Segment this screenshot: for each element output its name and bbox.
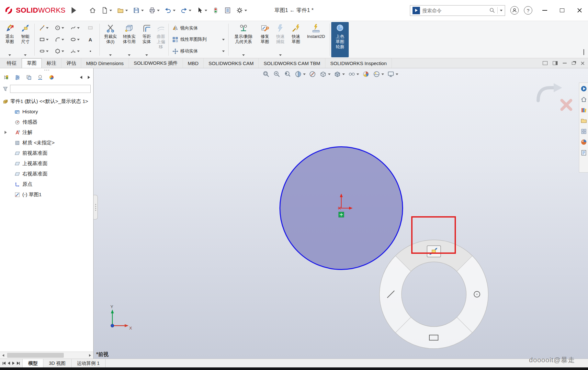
ghost-tool-button[interactable] [83, 25, 98, 31]
tab-evaluate[interactable]: 评估 [62, 58, 81, 68]
smart-dimension-button[interactable]: 智能 尺寸 [17, 22, 33, 57]
configuration-manager-icon[interactable] [26, 74, 32, 80]
tab-features[interactable]: 特征 [2, 58, 22, 68]
trim-entities-button[interactable]: 剪裁实 体(I) [101, 22, 120, 57]
last-tab-button[interactable] [17, 362, 20, 365]
print-button[interactable] [147, 5, 162, 16]
tab-scroll-left-icon[interactable] [80, 76, 82, 79]
first-tab-button[interactable] [3, 362, 6, 365]
view-orientation-button[interactable] [319, 70, 331, 78]
tab-mbd[interactable]: MBD [183, 58, 204, 68]
mirror-entities-button[interactable]: 镜向实体 [171, 23, 226, 34]
select-button[interactable] [194, 5, 209, 16]
solidworks-resources-icon[interactable] [581, 85, 587, 92]
options-button[interactable] [234, 5, 249, 16]
tree-item-history[interactable]: History [3, 107, 93, 117]
next-tab-button[interactable] [12, 362, 15, 365]
search-input[interactable] [422, 8, 487, 13]
convert-entities-button[interactable]: 转换实 体引用 [120, 22, 139, 57]
tree-item-sensors[interactable]: 传感器 [3, 117, 93, 127]
search-scope-icon[interactable] [413, 7, 420, 14]
point-tool-button[interactable] [83, 48, 98, 54]
file-explorer-icon[interactable] [581, 118, 587, 124]
edit-appearance-button[interactable] [362, 70, 370, 78]
tab-motion-study[interactable]: 运动算例 1 [72, 359, 106, 367]
line-tool-button[interactable] [36, 25, 51, 31]
undo-button[interactable] [163, 5, 177, 16]
display-delete-relations-button[interactable]: 显示/删除 几何关系 [230, 22, 257, 57]
offset-entities-button[interactable]: 等距 实体 [139, 22, 155, 57]
maximize-button[interactable] [558, 6, 567, 15]
tab-model[interactable]: 模型 [23, 359, 43, 367]
linear-sketch-pattern-button[interactable]: 线性草图阵列 [171, 34, 226, 45]
display-manager-icon[interactable] [49, 74, 54, 80]
menu-flyout-icon[interactable] [72, 7, 76, 14]
file-properties-button[interactable] [222, 5, 233, 16]
rectangle-tool-button[interactable] [36, 37, 51, 42]
tab-solidworks-cam[interactable]: SOLIDWORKS CAM [204, 58, 259, 68]
scroll-left-button[interactable] [0, 352, 6, 359]
new-document-button[interactable] [99, 5, 114, 16]
split-pane-icon[interactable] [553, 61, 558, 65]
rebuild-stoplight-button[interactable] [210, 5, 221, 16]
minimize-button[interactable] [540, 6, 549, 15]
tree-item-annotations[interactable]: 注解 [3, 127, 93, 138]
pane-layout-icon[interactable] [543, 61, 548, 65]
apply-scene-button[interactable] [373, 70, 384, 78]
polygon-tool-button[interactable] [51, 48, 67, 54]
ellipse-tool-button[interactable] [67, 37, 83, 42]
slot-tool-button[interactable] [36, 48, 51, 54]
tree-item-front-plane[interactable]: 前视基准面 [3, 148, 93, 158]
instant2d-button[interactable]: Instant2D [304, 22, 328, 57]
collapse-ribbon-button[interactable] [583, 50, 584, 55]
tree-item-right-plane[interactable]: 右视基准面 [3, 169, 93, 179]
account-button[interactable] [510, 6, 519, 15]
expand-annotations-icon[interactable] [5, 131, 12, 134]
panel-drag-handle[interactable] [0, 68, 93, 72]
tab-mbd-dimensions[interactable]: MBD Dimensions [81, 58, 129, 68]
feature-manager-tree-icon[interactable] [3, 74, 9, 80]
tab-scroll-right-icon[interactable] [88, 76, 90, 79]
home-tab-icon[interactable] [581, 96, 587, 103]
doc-restore-icon[interactable] [572, 62, 575, 65]
redo-button[interactable] [178, 5, 193, 16]
move-entities-button[interactable]: 移动实体 [171, 46, 226, 57]
doc-minimize-icon[interactable] [563, 63, 567, 63]
scroll-right-button[interactable] [87, 352, 93, 359]
tree-item-material[interactable]: 材质 <未指定> [3, 138, 93, 148]
design-library-icon[interactable] [581, 107, 587, 113]
quick-snaps-button[interactable]: 快速 捕捉 [273, 22, 288, 57]
tab-solidworks-cam-tbm[interactable]: SOLIDWORKS CAM TBM [259, 58, 325, 68]
arc-tool-button[interactable] [51, 37, 67, 42]
exit-sketch-button[interactable]: 退出 草图 [2, 22, 17, 57]
section-view-button[interactable] [294, 70, 306, 78]
shaded-sketch-contours-button[interactable]: 上色 草图 轮廓 [331, 22, 349, 57]
tree-item-origin[interactable]: 原点 [3, 179, 93, 189]
scrollbar-thumb[interactable] [7, 353, 64, 358]
doc-close-icon[interactable] [581, 61, 585, 65]
t ab-markup[interactable]: 标注 [42, 58, 62, 68]
dimxpert-manager-icon[interactable] [37, 74, 43, 80]
previous-view-button[interactable] [284, 70, 291, 78]
graphics-viewport[interactable]: Y X *前视 [0, 68, 588, 359]
close-button[interactable] [575, 6, 584, 15]
custom-properties-icon[interactable] [581, 150, 587, 156]
repair-sketch-button[interactable]: 修复 草图 [257, 22, 273, 57]
display-style-button[interactable] [334, 70, 345, 78]
search-icon[interactable] [489, 7, 495, 13]
tree-item-top-plane[interactable]: 上视基准面 [3, 158, 93, 169]
view-palette-icon[interactable] [581, 128, 587, 135]
home-button[interactable] [87, 5, 98, 16]
tree-item-sketch1[interactable]: (-) 草图1 [3, 189, 93, 200]
scrollbar-track[interactable] [6, 352, 87, 359]
tab-addins[interactable]: SOLIDWORKS 插件 [129, 58, 183, 68]
panel-splitter-grip[interactable] [94, 195, 98, 219]
hide-show-items-button[interactable] [348, 70, 359, 78]
tree-filter-input[interactable] [12, 86, 89, 91]
save-button[interactable] [131, 5, 146, 16]
surface-offset-button[interactable]: 曲面 上偏 移 [155, 22, 167, 57]
circle-tool-button[interactable] [51, 25, 67, 31]
previous-tab-button[interactable] [8, 362, 10, 365]
zoom-to-area-button[interactable] [273, 70, 281, 78]
rapid-sketch-button[interactable]: 快速 草图 [288, 22, 304, 57]
